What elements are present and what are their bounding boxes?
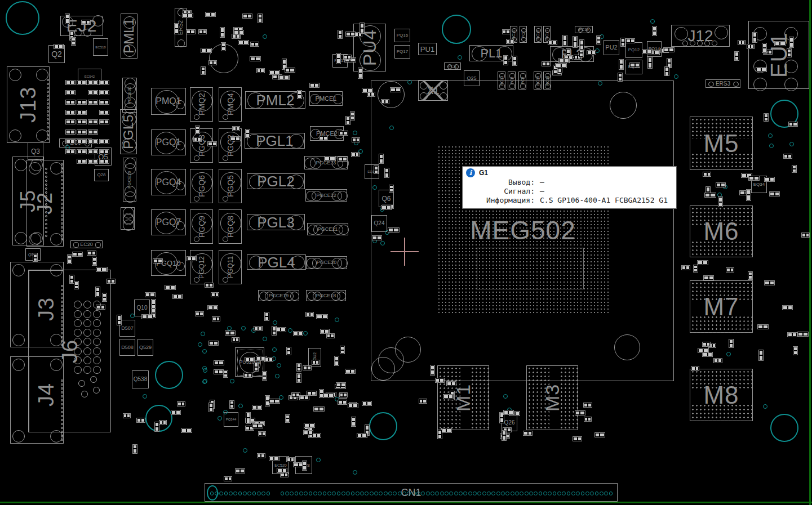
passive-component xyxy=(171,410,181,415)
component-PGQ12[interactable]: PGQ12 xyxy=(190,250,213,284)
edge-connector-pad xyxy=(374,491,378,495)
component-Q25[interactable]: Q25 xyxy=(464,70,480,86)
passive-component xyxy=(177,401,185,406)
through-hole xyxy=(93,356,101,364)
component-PGL2[interactable]: PGL2 xyxy=(247,173,305,189)
boardview-canvas[interactable]: MEG502M1M3M5M6M7M8EJ2PML1J13J5J2J3J6J4J1… xyxy=(0,0,812,505)
component-M8[interactable]: M8 xyxy=(690,369,753,421)
component-PU1[interactable]: PU1 xyxy=(418,43,437,55)
component-ERS3[interactable]: ERS3 xyxy=(705,79,740,88)
component-PGL4[interactable]: PGL4 xyxy=(247,254,306,270)
component-Q529[interactable]: Q529 xyxy=(137,339,153,356)
pad xyxy=(215,370,218,373)
component-PML2[interactable]: PML2 xyxy=(245,91,305,109)
component-PC8[interactable]: PC8 xyxy=(508,71,516,90)
pad xyxy=(275,400,279,403)
component-PQ17[interactable]: PQ17 xyxy=(394,45,410,59)
component-M7[interactable]: M7 xyxy=(690,280,753,333)
passive-component xyxy=(629,62,640,68)
component-PMQ2[interactable]: PMQ2 xyxy=(190,87,213,122)
component-PMQ1[interactable]: PMQ1 xyxy=(151,88,186,115)
component-PGL1[interactable]: PGL1 xyxy=(245,133,305,149)
passive-component xyxy=(88,80,98,85)
passive-component xyxy=(787,48,792,57)
pad xyxy=(82,150,86,153)
passive-component xyxy=(446,381,456,386)
via-testpoint xyxy=(130,314,135,318)
via-testpoint xyxy=(789,142,794,146)
component-PGCE20[interactable]: PGCE20 xyxy=(306,256,347,269)
component-J4[interactable]: J4 xyxy=(29,356,64,432)
component-PC16[interactable]: PC16 xyxy=(534,26,542,43)
component-EC20[interactable]: EC20 xyxy=(70,240,103,248)
component-PGCE19[interactable]: PGCE19 xyxy=(258,290,299,301)
component-PMCE1[interactable]: PMCE1 xyxy=(309,91,343,106)
pad xyxy=(344,56,347,59)
pad xyxy=(300,396,304,399)
component-D508[interactable]: D508 xyxy=(119,339,135,356)
component-PC13[interactable]: PC13 xyxy=(498,71,505,90)
component-J13[interactable]: J13 xyxy=(7,66,50,143)
component-PGL5[interactable]: PGL5 xyxy=(120,109,137,154)
edge-connector-pad xyxy=(351,491,355,495)
component-Q538[interactable]: Q538 xyxy=(132,370,149,388)
pad xyxy=(210,408,212,411)
pad xyxy=(263,372,266,375)
pad-circle xyxy=(545,83,550,88)
pad-circle xyxy=(265,292,274,301)
component-PGQ7[interactable]: PGQ7 xyxy=(151,209,186,235)
pad xyxy=(261,69,263,72)
component-PGQ8[interactable]: PGQ8 xyxy=(219,209,242,244)
component-M3[interactable]: M3 xyxy=(526,365,578,430)
component-PML1[interactable]: PML1 xyxy=(121,14,137,59)
pad xyxy=(71,91,74,94)
pad xyxy=(89,150,92,153)
component-M6[interactable]: M6 xyxy=(690,205,753,257)
component-Q3[interactable]: Q3 xyxy=(28,142,43,160)
component-PGCE22[interactable]: PGCE22 xyxy=(305,189,347,202)
pad xyxy=(549,41,552,44)
pad xyxy=(423,400,426,403)
component-PGQ2[interactable]: PGQ2 xyxy=(219,128,242,163)
component-PGQ4[interactable]: PGQ4 xyxy=(151,169,186,195)
component-PGQ6[interactable]: PGQ6 xyxy=(190,169,213,203)
component-PC19[interactable]: PC19 xyxy=(575,26,593,33)
component-CN1[interactable]: CN1 xyxy=(205,483,618,502)
component-PC7[interactable]: PC7 xyxy=(520,26,527,43)
component-PGQ11[interactable]: PGQ11 xyxy=(219,250,242,284)
component-PGL3[interactable]: PGL3 xyxy=(247,214,305,230)
component-PGQ9[interactable]: PGQ9 xyxy=(190,209,213,244)
component-PGQ5[interactable]: PGQ5 xyxy=(219,169,242,203)
component-PU2[interactable]: PU2 xyxy=(604,40,619,55)
component-M5[interactable]: M5 xyxy=(690,117,753,170)
component-PC9[interactable]: PC9 xyxy=(518,71,526,90)
component-PMQ4[interactable]: PMQ4 xyxy=(219,87,242,122)
pad-circle xyxy=(454,64,459,69)
component-PQ16[interactable]: PQ16 xyxy=(394,29,410,42)
component-PC15[interactable]: PC15 xyxy=(534,71,542,90)
component-Q28[interactable]: Q28 xyxy=(94,169,109,181)
pad xyxy=(89,120,92,123)
passive-component xyxy=(207,305,219,310)
pad xyxy=(200,312,203,315)
pad xyxy=(619,74,622,77)
component-PGCE18[interactable]: PGCE18 xyxy=(306,290,346,301)
pad xyxy=(194,138,197,141)
passive-component xyxy=(345,369,356,374)
pad xyxy=(71,131,74,133)
component-Q24[interactable]: Q24 xyxy=(371,215,387,232)
pad xyxy=(75,282,78,284)
component-EC518[interactable]: EC518 xyxy=(93,38,108,56)
component-PC1[interactable]: PC1 xyxy=(444,62,461,70)
component-PU4[interactable]: PU4 xyxy=(353,24,386,71)
component-PGCE36[interactable]: PGCE36 xyxy=(122,78,137,113)
component-X1[interactable]: X1 xyxy=(418,80,448,101)
component-EU1[interactable]: EU1 xyxy=(748,21,809,89)
component-PGCE16[interactable]: PGCE16 xyxy=(123,158,136,202)
component-PQ12[interactable]: PQ12 xyxy=(625,42,642,58)
component-EC9[interactable]: EC9 xyxy=(59,138,92,148)
component-PC18[interactable]: PC18 xyxy=(543,71,551,90)
pad xyxy=(447,429,450,432)
component-PGQ1[interactable]: PGQ1 xyxy=(151,129,186,155)
component-PGCE21[interactable]: PGCE21 xyxy=(307,223,348,235)
